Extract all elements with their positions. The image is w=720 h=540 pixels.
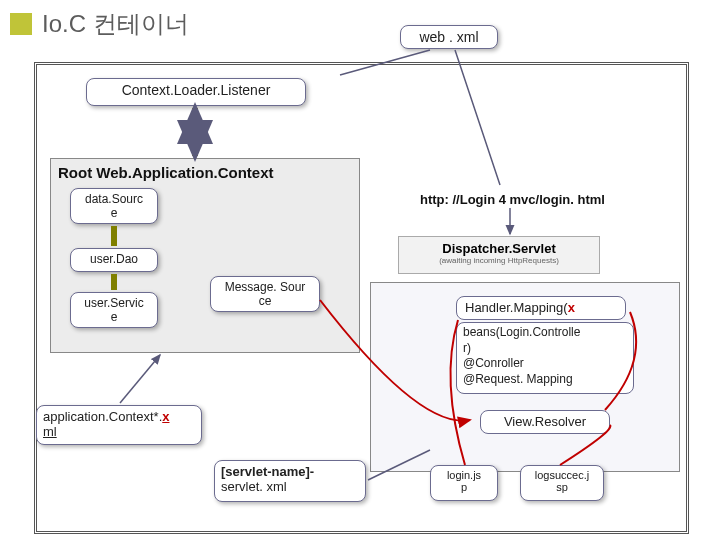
root-context-label: Root Web.Application.Context	[58, 164, 274, 181]
userservice-box: user.Servic e	[70, 292, 158, 328]
view-resolver-box: View.Resolver	[480, 410, 610, 434]
userdao-box: user.Dao	[70, 248, 158, 272]
dispatcher-sub: (awaiting incoming HttpRequests)	[401, 256, 597, 265]
servletxml-box: [servlet-name]- servlet. xml	[214, 460, 366, 502]
appctx-pre: application.Context*.	[43, 409, 162, 424]
dispatcher-title: Dispatcher.Servlet	[401, 241, 597, 256]
handler-mapping-box: Handler.Mapping(x	[456, 296, 626, 320]
messagesource-text: Message. Sour ce	[225, 280, 306, 308]
messagesource-box: Message. Sour ce	[210, 276, 320, 312]
handler-mapping-x: x	[568, 300, 575, 315]
webxml-box: web . xml	[400, 25, 498, 49]
datasource-box: data.Sourc e	[70, 188, 158, 224]
appctx-box: application.Context*.x ml	[36, 405, 202, 445]
beans-box: beans(Login.Controlle r) @Conroller @Req…	[456, 322, 634, 394]
servletxml-pre: [servlet-name]-	[221, 464, 314, 479]
title-text: Io.C 컨테이너	[42, 8, 189, 40]
logsuccess-box: logsuccec.j sp	[520, 465, 604, 501]
slide: Io.C 컨테이너 web . xml Context.Loader.Liste…	[0, 0, 720, 540]
loginjsp-box: login.js p	[430, 465, 498, 501]
datasource-text: data.Sourc e	[85, 192, 143, 220]
handler-mapping-text: Handler.Mapping(	[465, 300, 568, 315]
title-bar: Io.C 컨테이너	[0, 0, 720, 48]
userservice-text: user.Servic e	[84, 296, 143, 324]
title-accent	[10, 13, 32, 35]
beans-text: beans(Login.Controlle r) @Conroller @Req…	[463, 325, 580, 386]
context-loader-box: Context.Loader.Listener	[86, 78, 306, 106]
loginjsp-text: login.js p	[447, 469, 481, 493]
dispatcher-servlet-box: Dispatcher.Servlet (awaiting incoming Ht…	[398, 236, 600, 274]
appctx-post: ml	[43, 424, 57, 439]
logsuccess-text: logsuccec.j sp	[535, 469, 589, 493]
url-text: http: //Login 4 mvc/login. html	[420, 192, 605, 207]
appctx-x: x	[162, 409, 169, 424]
servletxml-post: servlet. xml	[221, 479, 287, 494]
